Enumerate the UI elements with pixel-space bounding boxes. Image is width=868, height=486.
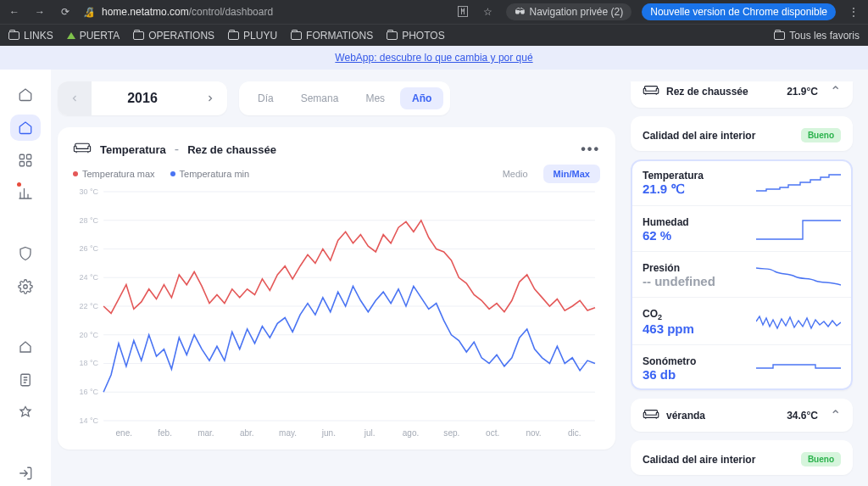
bookmark-puerta[interactable]: PUERTA xyxy=(67,30,120,42)
chart-card-header: Temperatura - Rez de chaussée ••• xyxy=(73,141,600,158)
svg-text:may.: may. xyxy=(279,428,297,438)
legend-max-dot xyxy=(73,171,78,176)
incognito-pill[interactable]: 🕶Navigation privée (2) xyxy=(506,3,632,20)
legend-max: Temperatura max xyxy=(73,169,155,179)
air-quality-badge-2: Bueno xyxy=(801,452,841,466)
folder-icon xyxy=(228,31,239,40)
year-prev-button[interactable] xyxy=(58,81,92,115)
svg-rect-3 xyxy=(27,162,31,166)
nav-analytics[interactable] xyxy=(10,181,41,207)
url-box[interactable]: 🔏 home.netatmo.com/control/dashboard xyxy=(83,6,445,18)
chart-title: Temperatura xyxy=(100,143,166,156)
nav-reload-icon[interactable]: ⟳ xyxy=(58,6,73,18)
metric-sonometer[interactable]: Sonómetro 36 db xyxy=(631,344,853,390)
tab-year[interactable]: Año xyxy=(400,87,443,109)
bookmark-links[interactable]: LINKS xyxy=(8,30,53,42)
nav-settings[interactable] xyxy=(10,273,41,299)
svg-text:24 °C: 24 °C xyxy=(79,273,98,282)
bookmark-star-icon[interactable]: ☆ xyxy=(481,6,496,18)
chart-legend-row: Temperatura max Temperatura min Medio Mi… xyxy=(73,165,600,183)
metric-temperature-value: 21.9 ℃ xyxy=(643,182,749,197)
tab-day[interactable]: Día xyxy=(246,87,286,109)
address-bar-row: ← → ⟳ 🔏 home.netatmo.com/control/dashboa… xyxy=(0,0,868,24)
chart-svg: 30 °C28 °C26 °C24 °C22 °C20 °C18 °C16 °C… xyxy=(73,187,600,441)
side-nav xyxy=(0,70,51,486)
svg-text:ene.: ene. xyxy=(116,428,133,438)
metric-co2-value: 463 ppm xyxy=(643,321,749,336)
tab-week[interactable]: Semana xyxy=(289,87,351,109)
right-column: Rez de chaussée 21.9°C ⌃ Calidad del air… xyxy=(631,81,853,486)
svg-rect-0 xyxy=(19,154,24,159)
folder-icon xyxy=(387,31,398,40)
nav-docs[interactable] xyxy=(10,366,41,393)
metric-co2[interactable]: CO2 463 ppm xyxy=(631,297,853,344)
air-quality-label-2: Calidad del aire interior xyxy=(643,454,755,466)
metric-pressure[interactable]: Presión -- undefined xyxy=(631,251,853,297)
metric-pressure-label: Presión xyxy=(643,262,749,274)
svg-text:16 °C: 16 °C xyxy=(79,388,98,396)
chart-mode-toggle: Medio Min/Max xyxy=(492,165,600,183)
nav-home-outline[interactable] xyxy=(10,81,41,108)
room1-name: Rez de chaussée xyxy=(666,86,780,98)
mode-medio[interactable]: Medio xyxy=(492,165,538,183)
folder-icon xyxy=(8,31,19,40)
bookmark-operations[interactable]: OPERATIONS xyxy=(133,30,214,42)
nav-back-icon[interactable]: ← xyxy=(7,6,22,18)
room1-header[interactable]: Rez de chaussée 21.9°C ⌃ xyxy=(643,83,841,99)
bookmark-pluyu[interactable]: PLUYU xyxy=(228,30,277,42)
promo-banner-link[interactable]: WebApp: descubre lo que cambia y por qué xyxy=(335,52,532,64)
svg-text:14 °C: 14 °C xyxy=(79,416,98,425)
app-root: 2016 Día Semana Mes Año Temperatura - Re… xyxy=(0,70,868,486)
svg-text:28 °C: 28 °C xyxy=(79,216,98,225)
mode-minmax[interactable]: Min/Max xyxy=(543,165,600,183)
chart-menu-button[interactable]: ••• xyxy=(581,142,600,157)
room1-airquality-card[interactable]: Calidad del aire interior Bueno xyxy=(631,116,853,151)
metric-temperature[interactable]: Temperatura 21.9 ℃ xyxy=(631,159,853,205)
folder-icon xyxy=(133,31,144,40)
tab-month[interactable]: Mes xyxy=(353,87,397,109)
svg-text:jul.: jul. xyxy=(364,428,376,438)
chart-card: Temperatura - Rez de chaussée ••• Temper… xyxy=(58,127,615,450)
room2-header-card[interactable]: véranda 34.6°C ⌃ xyxy=(631,399,853,432)
svg-text:dic.: dic. xyxy=(568,428,581,438)
nav-energy[interactable] xyxy=(10,399,41,426)
metric-humidity-value: 62 % xyxy=(643,228,749,243)
metric-humidity-label: Humedad xyxy=(643,216,749,228)
incognito-icon: 🕶 xyxy=(515,6,525,18)
room2-airquality-card[interactable]: Calidad del aire interior Bueno xyxy=(631,440,853,475)
browser-chrome: ← → ⟳ 🔏 home.netatmo.com/control/dashboa… xyxy=(0,0,868,46)
nav-forward-icon[interactable]: → xyxy=(32,6,47,18)
svg-text:abr.: abr. xyxy=(240,428,254,438)
spark-humidity xyxy=(756,217,841,243)
year-next-button[interactable] xyxy=(193,81,227,115)
room1-temp: 21.9°C xyxy=(787,86,818,98)
chrome-menu-icon[interactable]: ⋮ xyxy=(846,6,861,18)
nav-logout[interactable] xyxy=(10,460,41,486)
bookmarks-bar: LINKS PUERTA OPERATIONS PLUYU FORMATIONS… xyxy=(0,24,868,46)
chrome-update-pill[interactable]: Nouvelle version de Chrome disponible xyxy=(642,3,836,20)
bookmark-formations[interactable]: FORMATIONS xyxy=(291,30,373,42)
svg-text:sep.: sep. xyxy=(443,428,459,438)
nav-home[interactable] xyxy=(10,115,41,141)
site-info-icon[interactable]: 🔏 xyxy=(83,7,95,18)
nav-apps[interactable] xyxy=(10,148,41,174)
svg-text:ago.: ago. xyxy=(403,428,420,438)
spark-pressure xyxy=(756,263,841,288)
year-label: 2016 xyxy=(92,91,193,106)
room1-collapse-icon[interactable]: ⌃ xyxy=(825,83,841,99)
svg-text:jun.: jun. xyxy=(321,428,336,438)
translate-icon[interactable]: 🄼 xyxy=(455,6,470,18)
air-quality-badge: Bueno xyxy=(801,128,841,142)
room2-temp: 34.6°C xyxy=(787,410,818,422)
sofa-icon xyxy=(643,84,659,99)
svg-text:30 °C: 30 °C xyxy=(79,187,98,196)
metric-humidity[interactable]: Humedad 62 % xyxy=(631,205,853,251)
spark-temperature xyxy=(756,170,841,196)
bookmark-photos[interactable]: PHOTOS xyxy=(387,30,444,42)
nav-security[interactable] xyxy=(10,241,41,267)
all-bookmarks[interactable]: Tous les favoris xyxy=(774,30,860,42)
room2-collapse-icon[interactable]: ⌃ xyxy=(825,407,841,423)
svg-text:feb.: feb. xyxy=(158,428,172,438)
nav-rooms[interactable] xyxy=(10,333,41,360)
year-navigator: 2016 xyxy=(58,81,227,115)
